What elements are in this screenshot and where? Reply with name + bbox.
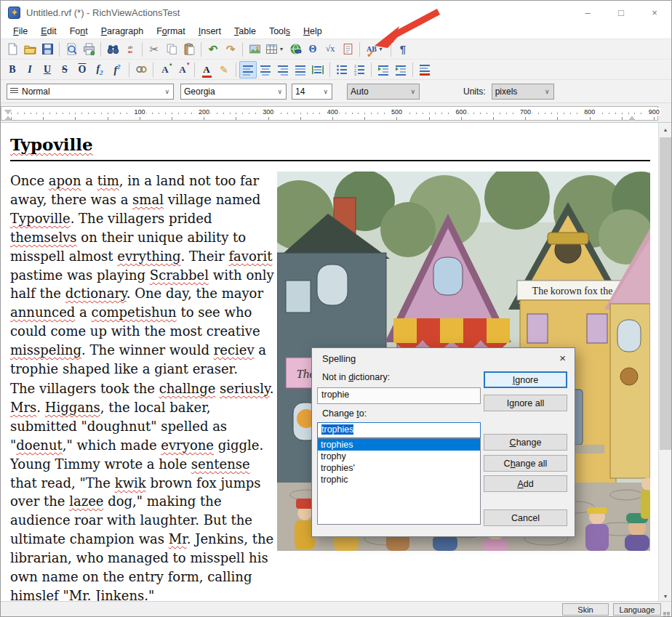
- overline-button[interactable]: O: [73, 61, 91, 78]
- misspelled-word: misspeling: [10, 342, 81, 358]
- add-button[interactable]: Add: [484, 475, 567, 492]
- scroll-up-arrow[interactable]: ▲: [659, 123, 672, 136]
- text-run: .": [144, 588, 154, 602]
- bold-button[interactable]: B: [4, 61, 21, 78]
- change-all-button[interactable]: Change all: [484, 455, 567, 472]
- undo-button[interactable]: ↶: [204, 41, 222, 58]
- language-button[interactable]: Language: [613, 603, 661, 616]
- zoom-value: Auto: [351, 86, 369, 97]
- units-select[interactable]: pixels ∨: [492, 84, 554, 100]
- menu-format[interactable]: Format: [150, 25, 192, 38]
- text-highlight-button[interactable]: ✎: [215, 61, 233, 78]
- misspelled-word: Mr: [69, 588, 87, 602]
- svg-text:The korown fox the: The korown fox the: [532, 286, 613, 297]
- resize-grip[interactable]: [667, 612, 670, 615]
- minimize-button[interactable]: –: [571, 1, 604, 24]
- style-value: Normal: [22, 86, 50, 97]
- spell-check-dropdown-arrow[interactable]: ▾: [377, 46, 384, 52]
- spelling-dialog-title: Spelling: [312, 348, 575, 368]
- subscript-button[interactable]: f2: [91, 61, 108, 78]
- distribute-button[interactable]: [309, 61, 327, 78]
- scrollbar-thumb[interactable]: [660, 137, 671, 450]
- superscript-button[interactable]: f2: [108, 61, 126, 78]
- indent-button[interactable]: [392, 61, 409, 78]
- menu-font[interactable]: Font: [63, 25, 95, 38]
- close-button[interactable]: ×: [638, 1, 671, 24]
- print-preview-button[interactable]: [63, 41, 80, 58]
- numbering-button[interactable]: 1.2.3.: [351, 61, 368, 78]
- insert-file-button[interactable]: [339, 41, 356, 58]
- menu-tools[interactable]: Tools: [263, 25, 297, 38]
- menu-table[interactable]: Table: [228, 25, 263, 38]
- right-indent-marker[interactable]: [628, 116, 636, 121]
- dialog-close-icon[interactable]: ×: [559, 352, 566, 364]
- insert-hyperlink-button[interactable]: [287, 41, 304, 58]
- ignore-button[interactable]: Ignore: [484, 371, 567, 388]
- main-toolbar: abac ✂ ↶ ↷ ▾ Θ √x AB✓▾ ¶: [1, 39, 671, 59]
- menu-insert[interactable]: Insert: [192, 25, 228, 38]
- copy-icon: [166, 43, 178, 55]
- open-button[interactable]: [21, 41, 39, 58]
- strikethrough-button[interactable]: S: [56, 61, 73, 78]
- bullets-button[interactable]: [333, 61, 351, 78]
- paragraph-1: Once apon a tim, in a land not too far a…: [10, 172, 279, 379]
- text-run: ," which made: [63, 437, 161, 453]
- paragraph-color-button[interactable]: [416, 61, 433, 78]
- menu-paragraph[interactable]: Paragraph: [95, 25, 150, 38]
- hyperlink-button[interactable]: [132, 61, 150, 78]
- font-select[interactable]: Georgia ∨: [180, 84, 287, 100]
- left-indent-marker[interactable]: [4, 116, 12, 121]
- skin-button[interactable]: Skin: [562, 603, 609, 616]
- redo-button[interactable]: ↷: [222, 41, 239, 58]
- cancel-button[interactable]: Cancel: [484, 509, 567, 526]
- first-line-indent-marker[interactable]: [4, 110, 12, 114]
- justify-button[interactable]: [292, 61, 309, 78]
- suggestion-item[interactable]: trophies': [318, 462, 480, 474]
- shrink-font-button[interactable]: A▼: [174, 61, 191, 78]
- save-button[interactable]: [39, 41, 56, 58]
- insert-equation-button[interactable]: √x: [321, 41, 339, 58]
- style-select[interactable]: Normal ∨: [7, 84, 174, 100]
- suggestion-item[interactable]: trophy: [318, 451, 480, 462]
- paste-button[interactable]: [180, 41, 198, 58]
- table-dropdown-arrow[interactable]: ▾: [279, 46, 285, 52]
- align-left-button[interactable]: [239, 61, 257, 78]
- find-button[interactable]: [104, 41, 121, 58]
- font-color-button[interactable]: A: [198, 61, 215, 78]
- not-in-dictionary-field[interactable]: trophie: [317, 387, 481, 404]
- paragraph-marks-button[interactable]: ¶: [394, 41, 412, 58]
- ignore-all-button[interactable]: Ignore all: [484, 395, 567, 411]
- suggestion-item[interactable]: trophies: [318, 439, 480, 451]
- menu-file[interactable]: File: [7, 25, 34, 38]
- menu-edit[interactable]: Edit: [34, 25, 63, 38]
- font-size-select[interactable]: 14 ∨: [292, 84, 332, 100]
- menu-help[interactable]: Help: [297, 25, 329, 38]
- cut-button[interactable]: ✂: [145, 41, 163, 58]
- copy-button[interactable]: [163, 41, 180, 58]
- insert-table-button[interactable]: ▾: [263, 41, 287, 58]
- spell-check-button[interactable]: AB✓▾: [363, 41, 388, 58]
- window-title: Untitled.rvf (*) - RichViewActionsTest: [26, 7, 180, 18]
- replace-button[interactable]: abac: [121, 41, 139, 58]
- misspelled-word: evrything: [117, 249, 180, 264]
- new-document-button[interactable]: [4, 41, 21, 58]
- zoom-select[interactable]: Auto ∨: [347, 84, 420, 100]
- italic-button[interactable]: I: [21, 61, 39, 78]
- outdent-button[interactable]: [375, 61, 392, 78]
- vertical-scrollbar[interactable]: ▲ ▼: [658, 123, 671, 602]
- align-center-button[interactable]: [257, 61, 274, 78]
- print-button[interactable]: [80, 41, 97, 58]
- maximize-button[interactable]: □: [604, 1, 638, 24]
- suggestions-list[interactable]: trophiestrophytrophies'trophic: [317, 438, 481, 525]
- change-button[interactable]: Change: [484, 434, 567, 451]
- underline-button[interactable]: U: [39, 61, 56, 78]
- grow-font-button[interactable]: A▲: [156, 61, 174, 78]
- align-right-button[interactable]: [274, 61, 292, 78]
- suggestion-item[interactable]: trophic: [318, 474, 480, 485]
- text-run: . The villagers prided: [71, 211, 212, 226]
- change-to-field[interactable]: trophies: [317, 422, 481, 438]
- insert-symbol-button[interactable]: Θ: [304, 41, 321, 58]
- ruler-strip[interactable]: 100200300400500600700800900: [1, 106, 658, 121]
- insert-picture-button[interactable]: [246, 41, 263, 58]
- bold-icon: B: [9, 64, 15, 76]
